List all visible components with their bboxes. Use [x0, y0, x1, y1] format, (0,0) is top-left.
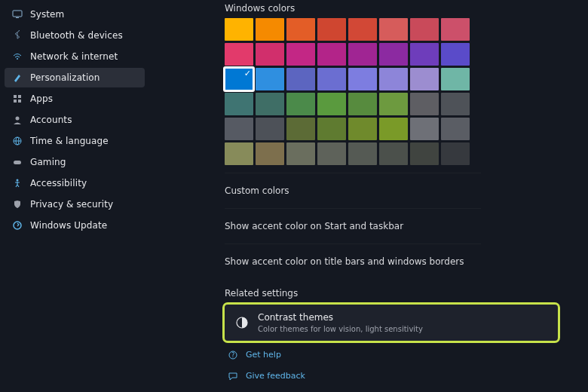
contrast-themes-subtitle: Color themes for low vision, light sensi…: [258, 325, 423, 333]
accent-start-row[interactable]: Show accent color on Start and taskbar: [225, 208, 481, 243]
color-swatch[interactable]: [348, 43, 377, 66]
color-swatch[interactable]: [317, 68, 346, 90]
color-swatch[interactable]: [379, 68, 408, 90]
paintbrush-icon: [12, 72, 23, 83]
svg-rect-5: [14, 100, 17, 103]
svg-rect-1: [16, 17, 19, 18]
sidebar-item-label: Bluetooth & devices: [30, 30, 123, 41]
svg-rect-3: [14, 95, 17, 98]
sidebar-item-label: Time & language: [30, 136, 109, 146]
get-help-link[interactable]: ? Get help: [225, 348, 588, 362]
color-swatch[interactable]: [410, 93, 439, 115]
svg-rect-6: [18, 100, 21, 103]
sidebar-item-apps[interactable]: Apps: [5, 89, 145, 109]
color-swatch[interactable]: [286, 93, 315, 115]
color-swatch[interactable]: [441, 142, 470, 165]
color-swatch[interactable]: [225, 68, 253, 90]
color-swatch[interactable]: [286, 68, 315, 90]
color-swatch[interactable]: [441, 68, 470, 90]
contrast-themes-title: Contrast themes: [258, 312, 423, 324]
sidebar-item-network[interactable]: Network & internet: [5, 47, 145, 66]
sidebar-item-time-language[interactable]: Time & language: [5, 131, 145, 151]
sidebar-item-label: Personalization: [30, 72, 100, 83]
color-swatch[interactable]: [317, 118, 346, 140]
contrast-icon: [235, 316, 249, 329]
svg-point-12: [17, 179, 19, 182]
color-swatch[interactable]: [410, 43, 439, 66]
give-feedback-label: Give feedback: [246, 371, 305, 381]
color-swatch[interactable]: [441, 43, 470, 66]
main-content: Windows colors Custom colors Show accent…: [149, 0, 588, 392]
color-swatch[interactable]: [379, 18, 408, 41]
color-swatch[interactable]: [441, 118, 470, 140]
accessibility-icon: [12, 178, 23, 188]
give-feedback-link[interactable]: Give feedback: [225, 369, 588, 383]
globe-icon: [12, 136, 23, 146]
color-swatch[interactable]: [286, 142, 315, 165]
color-swatch[interactable]: [317, 43, 346, 66]
color-swatch[interactable]: [379, 142, 408, 165]
get-help-label: Get help: [246, 350, 281, 360]
sidebar-item-label: Windows Update: [30, 220, 107, 231]
color-swatch[interactable]: [379, 43, 408, 66]
color-swatch[interactable]: [256, 68, 284, 90]
color-swatch[interactable]: [379, 118, 408, 140]
sidebar-item-label: Accessibility: [30, 178, 87, 188]
sidebar-item-label: Apps: [30, 93, 53, 104]
sidebar-item-system[interactable]: System: [5, 5, 145, 24]
windows-colors-heading: Windows colors: [225, 3, 481, 14]
color-swatch[interactable]: [225, 93, 253, 115]
color-swatch[interactable]: [286, 118, 315, 140]
color-swatch[interactable]: [441, 93, 470, 115]
color-swatch[interactable]: [317, 93, 346, 115]
sidebar-item-bluetooth[interactable]: Bluetooth & devices: [5, 26, 145, 45]
sidebar-item-accessibility[interactable]: Accessibility: [5, 173, 145, 193]
color-swatch[interactable]: [256, 142, 284, 165]
accent-title-row[interactable]: Show accent color on title bars and wind…: [225, 243, 481, 279]
color-swatch-grid: [225, 18, 481, 165]
sidebar-item-label: Accounts: [30, 115, 72, 125]
sidebar-item-privacy[interactable]: Privacy & security: [5, 194, 145, 214]
color-swatch[interactable]: [348, 142, 377, 165]
color-swatch[interactable]: [225, 43, 253, 66]
sidebar-item-personalization[interactable]: Personalization: [5, 68, 145, 87]
sidebar-item-windows-update[interactable]: Windows Update: [5, 216, 145, 235]
color-swatch[interactable]: [348, 93, 377, 115]
color-swatch[interactable]: [410, 118, 439, 140]
color-swatch[interactable]: [256, 93, 284, 115]
color-swatch[interactable]: [410, 142, 439, 165]
color-swatch[interactable]: [256, 43, 284, 66]
apps-icon: [12, 93, 23, 104]
color-swatch[interactable]: [225, 142, 253, 165]
color-swatch[interactable]: [410, 18, 439, 41]
svg-point-7: [16, 117, 20, 121]
color-swatch[interactable]: [379, 93, 408, 115]
gamepad-icon: [12, 157, 23, 167]
color-swatch[interactable]: [441, 18, 470, 41]
color-swatch[interactable]: [410, 68, 439, 90]
sidebar-item-label: System: [30, 9, 64, 20]
wifi-icon: [12, 51, 23, 62]
contrast-themes-card[interactable]: Contrast themes Color themes for low vis…: [225, 305, 558, 341]
color-swatch[interactable]: [256, 18, 284, 41]
svg-rect-0: [13, 11, 22, 17]
color-swatch[interactable]: [225, 118, 253, 140]
color-swatch[interactable]: [348, 68, 377, 90]
svg-point-2: [17, 58, 18, 60]
sidebar-item-gaming[interactable]: Gaming: [5, 152, 145, 172]
color-swatch[interactable]: [225, 18, 253, 41]
color-swatch[interactable]: [348, 18, 377, 41]
sidebar-item-accounts[interactable]: Accounts: [5, 110, 145, 130]
color-swatch[interactable]: [286, 18, 315, 41]
svg-text:?: ?: [231, 352, 234, 359]
color-swatch[interactable]: [317, 18, 346, 41]
monitor-icon: [12, 9, 23, 20]
color-swatch[interactable]: [256, 118, 284, 140]
update-icon: [12, 220, 23, 231]
color-swatch[interactable]: [286, 43, 315, 66]
color-swatch[interactable]: [317, 142, 346, 165]
svg-rect-11: [14, 161, 21, 164]
feedback-icon: [228, 371, 238, 381]
color-swatch[interactable]: [348, 118, 377, 140]
custom-colors-row[interactable]: Custom colors: [225, 173, 481, 208]
